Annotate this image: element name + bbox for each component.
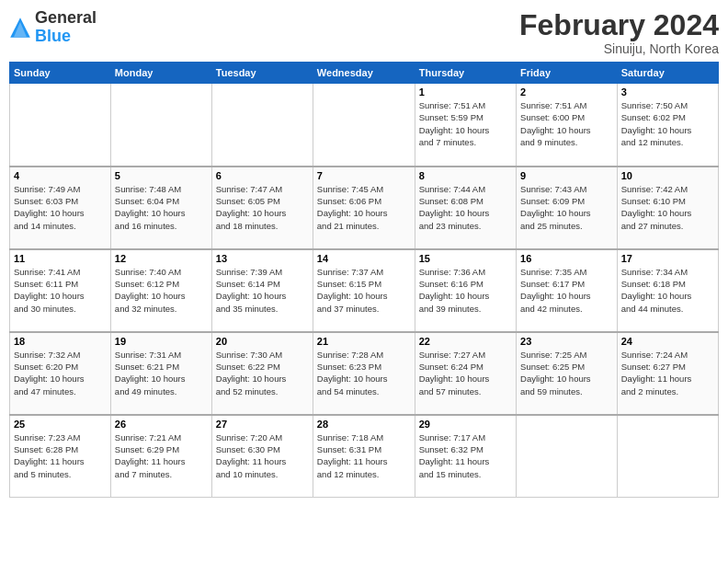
- day-info: Sunrise: 7:45 AM Sunset: 6:06 PM Dayligh…: [317, 183, 411, 232]
- calendar-cell: 16Sunrise: 7:35 AM Sunset: 6:17 PM Dayli…: [517, 249, 618, 332]
- day-number: 11: [14, 253, 107, 264]
- calendar-cell: 9Sunrise: 7:43 AM Sunset: 6:09 PM Daylig…: [517, 167, 618, 249]
- calendar-week-row: 18Sunrise: 7:32 AM Sunset: 6:20 PM Dayli…: [10, 332, 719, 415]
- calendar-cell: 20Sunrise: 7:30 AM Sunset: 6:22 PM Dayli…: [211, 332, 313, 415]
- calendar-cell: 10Sunrise: 7:42 AM Sunset: 6:10 PM Dayli…: [617, 167, 718, 249]
- weekday-header-tuesday: Tuesday: [211, 63, 313, 84]
- day-info: Sunrise: 7:40 AM Sunset: 6:12 PM Dayligh…: [115, 266, 208, 315]
- calendar-cell: 27Sunrise: 7:20 AM Sunset: 6:30 PM Dayli…: [211, 415, 313, 498]
- calendar-cell: [313, 84, 415, 167]
- calendar-cell: [10, 84, 111, 167]
- day-info: Sunrise: 7:43 AM Sunset: 6:09 PM Dayligh…: [520, 183, 613, 232]
- day-number: 16: [520, 253, 613, 264]
- calendar-week-row: 11Sunrise: 7:41 AM Sunset: 6:11 PM Dayli…: [10, 249, 719, 332]
- day-info: Sunrise: 7:24 AM Sunset: 6:27 PM Dayligh…: [621, 349, 714, 397]
- logo-blue-text: Blue: [35, 27, 71, 45]
- calendar-cell: 18Sunrise: 7:32 AM Sunset: 6:20 PM Dayli…: [10, 332, 111, 415]
- month-title: February 2024: [519, 9, 719, 41]
- calendar-cell: 19Sunrise: 7:31 AM Sunset: 6:21 PM Dayli…: [110, 332, 211, 415]
- calendar-cell: 26Sunrise: 7:21 AM Sunset: 6:29 PM Dayli…: [110, 415, 211, 498]
- day-number: 29: [419, 419, 512, 430]
- calendar-week-row: 25Sunrise: 7:23 AM Sunset: 6:28 PM Dayli…: [10, 415, 719, 498]
- calendar-cell: [617, 415, 718, 498]
- calendar-cell: 7Sunrise: 7:45 AM Sunset: 6:06 PM Daylig…: [313, 167, 415, 249]
- day-number: 15: [419, 253, 512, 264]
- day-info: Sunrise: 7:35 AM Sunset: 6:17 PM Dayligh…: [520, 266, 613, 315]
- day-info: Sunrise: 7:32 AM Sunset: 6:20 PM Dayligh…: [14, 349, 107, 397]
- day-number: 13: [216, 253, 309, 264]
- calendar-cell: 5Sunrise: 7:48 AM Sunset: 6:04 PM Daylig…: [110, 167, 211, 249]
- day-number: 26: [115, 419, 208, 430]
- day-info: Sunrise: 7:49 AM Sunset: 6:03 PM Dayligh…: [14, 183, 107, 232]
- day-number: 8: [419, 170, 512, 181]
- calendar-cell: 14Sunrise: 7:37 AM Sunset: 6:15 PM Dayli…: [313, 249, 415, 332]
- day-number: 17: [621, 253, 714, 264]
- logo: General Blue: [9, 9, 97, 46]
- calendar-cell: 1Sunrise: 7:51 AM Sunset: 5:59 PM Daylig…: [415, 84, 516, 167]
- logo-icon: [9, 17, 31, 39]
- day-number: 9: [520, 170, 613, 181]
- weekday-header-thursday: Thursday: [415, 63, 516, 84]
- calendar-cell: 21Sunrise: 7:28 AM Sunset: 6:23 PM Dayli…: [313, 332, 415, 415]
- day-number: 4: [14, 170, 107, 181]
- day-info: Sunrise: 7:20 AM Sunset: 6:30 PM Dayligh…: [216, 431, 309, 480]
- page-header: General Blue February 2024 Sinuiju, Nort…: [9, 9, 719, 56]
- day-number: 2: [520, 86, 613, 98]
- weekday-header-wednesday: Wednesday: [313, 63, 415, 84]
- day-info: Sunrise: 7:48 AM Sunset: 6:04 PM Dayligh…: [115, 183, 208, 232]
- calendar-cell: [110, 84, 211, 167]
- day-info: Sunrise: 7:41 AM Sunset: 6:11 PM Dayligh…: [14, 266, 107, 315]
- day-number: 3: [621, 86, 714, 98]
- calendar-cell: 2Sunrise: 7:51 AM Sunset: 6:00 PM Daylig…: [517, 84, 618, 167]
- day-number: 5: [115, 170, 208, 181]
- day-number: 21: [317, 336, 411, 347]
- day-info: Sunrise: 7:36 AM Sunset: 6:16 PM Dayligh…: [419, 266, 512, 315]
- weekday-header-friday: Friday: [517, 63, 618, 84]
- calendar-table: SundayMondayTuesdayWednesdayThursdayFrid…: [9, 62, 719, 498]
- day-info: Sunrise: 7:44 AM Sunset: 6:08 PM Dayligh…: [419, 183, 512, 232]
- day-info: Sunrise: 7:42 AM Sunset: 6:10 PM Dayligh…: [621, 183, 714, 232]
- day-info: Sunrise: 7:51 AM Sunset: 5:59 PM Dayligh…: [419, 99, 512, 148]
- day-info: Sunrise: 7:18 AM Sunset: 6:31 PM Dayligh…: [317, 431, 411, 480]
- location: Sinuiju, North Korea: [519, 41, 719, 56]
- calendar-cell: 28Sunrise: 7:18 AM Sunset: 6:31 PM Dayli…: [313, 415, 415, 498]
- calendar-cell: [211, 84, 313, 167]
- day-info: Sunrise: 7:23 AM Sunset: 6:28 PM Dayligh…: [14, 431, 107, 480]
- calendar-cell: 13Sunrise: 7:39 AM Sunset: 6:14 PM Dayli…: [211, 249, 313, 332]
- day-info: Sunrise: 7:28 AM Sunset: 6:23 PM Dayligh…: [317, 349, 411, 397]
- day-number: 20: [216, 336, 309, 347]
- day-number: 25: [14, 419, 107, 430]
- title-block: February 2024 Sinuiju, North Korea: [519, 9, 719, 56]
- calendar-week-row: 4Sunrise: 7:49 AM Sunset: 6:03 PM Daylig…: [10, 167, 719, 249]
- calendar-cell: 24Sunrise: 7:24 AM Sunset: 6:27 PM Dayli…: [617, 332, 718, 415]
- day-info: Sunrise: 7:37 AM Sunset: 6:15 PM Dayligh…: [317, 266, 411, 315]
- day-number: 7: [317, 170, 411, 181]
- day-number: 27: [216, 419, 309, 430]
- calendar-cell: 8Sunrise: 7:44 AM Sunset: 6:08 PM Daylig…: [415, 167, 516, 249]
- weekday-header-row: SundayMondayTuesdayWednesdayThursdayFrid…: [10, 63, 719, 84]
- calendar-cell: 11Sunrise: 7:41 AM Sunset: 6:11 PM Dayli…: [10, 249, 111, 332]
- day-info: Sunrise: 7:17 AM Sunset: 6:32 PM Dayligh…: [419, 431, 512, 480]
- calendar-cell: 15Sunrise: 7:36 AM Sunset: 6:16 PM Dayli…: [415, 249, 516, 332]
- calendar-cell: 4Sunrise: 7:49 AM Sunset: 6:03 PM Daylig…: [10, 167, 111, 249]
- day-info: Sunrise: 7:31 AM Sunset: 6:21 PM Dayligh…: [115, 349, 208, 397]
- day-number: 28: [317, 419, 411, 430]
- day-info: Sunrise: 7:50 AM Sunset: 6:02 PM Dayligh…: [621, 99, 714, 148]
- calendar-cell: 25Sunrise: 7:23 AM Sunset: 6:28 PM Dayli…: [10, 415, 111, 498]
- weekday-header-saturday: Saturday: [617, 63, 718, 84]
- day-number: 6: [216, 170, 309, 181]
- day-number: 14: [317, 253, 411, 264]
- day-number: 19: [115, 336, 208, 347]
- day-number: 12: [115, 253, 208, 264]
- day-number: 23: [520, 336, 613, 347]
- calendar-cell: 3Sunrise: 7:50 AM Sunset: 6:02 PM Daylig…: [617, 84, 718, 167]
- logo-general-text: General: [35, 8, 97, 27]
- calendar-cell: 29Sunrise: 7:17 AM Sunset: 6:32 PM Dayli…: [415, 415, 516, 498]
- day-number: 22: [419, 336, 512, 347]
- day-info: Sunrise: 7:21 AM Sunset: 6:29 PM Dayligh…: [115, 431, 208, 480]
- day-number: 18: [14, 336, 107, 347]
- day-info: Sunrise: 7:25 AM Sunset: 6:25 PM Dayligh…: [520, 349, 613, 397]
- day-number: 1: [419, 86, 512, 98]
- weekday-header-monday: Monday: [110, 63, 211, 84]
- calendar-week-row: 1Sunrise: 7:51 AM Sunset: 5:59 PM Daylig…: [10, 84, 719, 167]
